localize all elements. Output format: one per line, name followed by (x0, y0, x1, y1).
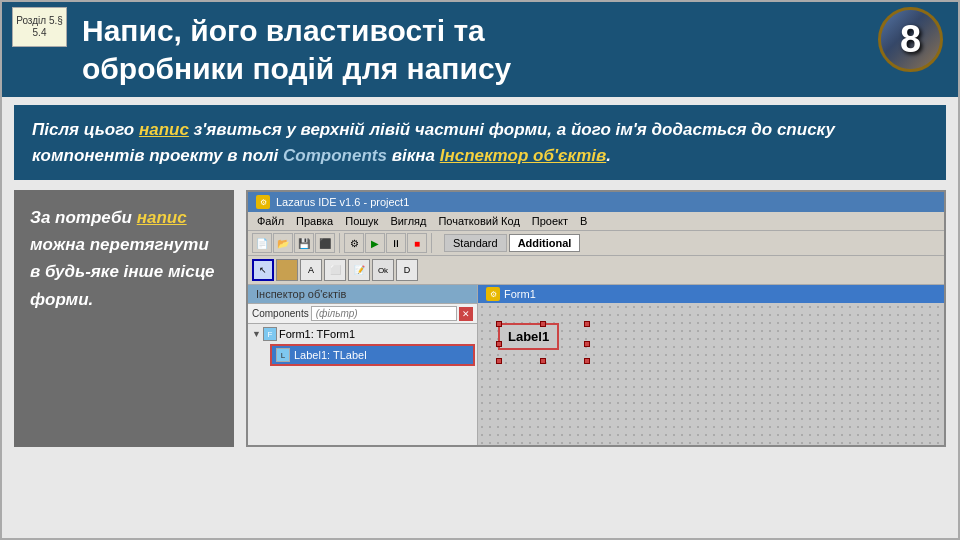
info-box: Після цього напис з'явиться у верхній лі… (14, 105, 946, 180)
ide-app-icon: ⚙ (256, 195, 270, 209)
menu-file[interactable]: Файл (252, 214, 289, 228)
inspector-panel: Інспектор об'єктів Components (фільтр) ✕… (248, 285, 478, 445)
form-body[interactable]: Label1 (478, 303, 944, 445)
resize-handle-tm[interactable] (540, 321, 546, 327)
title-line1: Напис, його властивості та (82, 14, 485, 47)
tb-save[interactable]: 💾 (294, 233, 314, 253)
content-area: Після цього напис з'явиться у верхній лі… (2, 97, 958, 455)
tb-compile[interactable]: ⚙ (344, 233, 364, 253)
label-widget[interactable]: Label1 (498, 323, 559, 350)
inspector-filter-row: Components (фільтр) ✕ (248, 304, 477, 324)
inspector-header: Інспектор об'єктів (248, 285, 477, 304)
ide-toolbar: 📄 📂 💾 ⬛ ⚙ ▶ ⏸ ■ Standard Additiona (248, 231, 944, 256)
header: Розділ 5.§ 5.4 Напис, його властивості т… (2, 2, 958, 97)
info-highlight3: Інспектор об'єктів (440, 146, 607, 165)
info-text-before: Після цього (32, 120, 139, 139)
slide-number-badge: 8 (878, 7, 943, 72)
slide-number: 8 (900, 18, 921, 61)
tab-standard[interactable]: Standard (444, 234, 507, 252)
filter-input[interactable]: (фільтр) (311, 306, 457, 321)
form-header-icon: ⚙ (486, 287, 500, 301)
tree-label-item[interactable]: L Label1: TLabel (270, 344, 475, 366)
component-tab-area: Standard Additional (444, 234, 580, 252)
tb-save-all[interactable]: ⬛ (315, 233, 335, 253)
comp-icon-ok[interactable]: Ok (372, 259, 394, 281)
section-badge: Розділ 5.§ 5.4 (12, 7, 67, 47)
menu-search[interactable]: Пошук (340, 214, 383, 228)
comp-icon-2[interactable]: A (300, 259, 322, 281)
tree-root-label: Form1: TForm1 (279, 328, 355, 340)
info-text-end: . (606, 146, 611, 165)
title-line2: обробники подій для напису (82, 52, 511, 85)
menu-more[interactable]: В (575, 214, 592, 228)
form-header: ⚙ Form1 (478, 285, 944, 303)
ide-titlebar: ⚙ Lazarus IDE v1.6 - project1 (248, 192, 944, 212)
menu-view[interactable]: Вигляд (385, 214, 431, 228)
tree-area: ▼ F Form1: TForm1 L Label1: TLabel (248, 324, 477, 445)
resize-handle-mr[interactable] (584, 341, 590, 347)
tab-additional[interactable]: Additional (509, 234, 581, 252)
badge-line1: Розділ 5.§ (16, 15, 63, 27)
drag-text-after: можна перетягнути в будь-яке інше місце … (30, 235, 214, 308)
drag-info-box: За потреби напис можна перетягнути в буд… (14, 190, 234, 447)
ide-panels: Інспектор об'єктів Components (фільтр) ✕… (248, 285, 944, 445)
tree-root-item: ▼ F Form1: TForm1 (250, 326, 475, 342)
ide-title: Lazarus IDE v1.6 - project1 (276, 196, 409, 208)
toolbar-build-group: ⚙ ▶ ⏸ ■ (344, 233, 432, 253)
tree-label-icon: L (276, 348, 290, 362)
drag-text-before: За потреби (30, 208, 137, 227)
ide-menubar: Файл Правка Пошук Вигляд Початковий Код … (248, 212, 944, 231)
component-icons-row: ↖ A ⬜ 📝 Ok D (248, 256, 944, 285)
comp-icon-3[interactable]: ⬜ (324, 259, 346, 281)
form-title: Form1 (504, 288, 536, 300)
info-highlight2: Components (283, 146, 387, 165)
form-panel: ⚙ Form1 Label1 (478, 285, 944, 445)
resize-handle-tr[interactable] (584, 321, 590, 327)
filter-label: Components (252, 308, 309, 319)
comp-icon-1[interactable] (276, 259, 298, 281)
tb-open[interactable]: 📂 (273, 233, 293, 253)
filter-clear-btn[interactable]: ✕ (459, 307, 473, 321)
tree-label-text: Label1: TLabel (294, 349, 367, 361)
info-highlight1: напис (139, 120, 189, 139)
tb-pause[interactable]: ⏸ (386, 233, 406, 253)
badge-line2: 5.4 (33, 27, 47, 39)
tree-expand-arrow[interactable]: ▼ (252, 329, 261, 339)
comp-icon-5[interactable]: D (396, 259, 418, 281)
ide-screenshot: ⚙ Lazarus IDE v1.6 - project1 Файл Правк… (246, 190, 946, 447)
resize-handle-bm[interactable] (540, 358, 546, 364)
tree-form-icon: F (263, 327, 277, 341)
header-title: Напис, його властивості та обробники под… (82, 12, 943, 87)
tb-new[interactable]: 📄 (252, 233, 272, 253)
menu-edit[interactable]: Правка (291, 214, 338, 228)
tb-run[interactable]: ▶ (365, 233, 385, 253)
tree-children: L Label1: TLabel (250, 344, 475, 366)
resize-handle-bl[interactable] (496, 358, 502, 364)
comp-icon-4[interactable]: 📝 (348, 259, 370, 281)
resize-handle-ml[interactable] (496, 341, 502, 347)
resize-handle-br[interactable] (584, 358, 590, 364)
bottom-row: За потреби напис можна перетягнути в буд… (14, 190, 946, 447)
menu-source[interactable]: Початковий Код (433, 214, 524, 228)
slide: Розділ 5.§ 5.4 Напис, його властивості т… (0, 0, 960, 540)
toolbar-file-group: 📄 📂 💾 ⬛ (252, 233, 340, 253)
menu-project[interactable]: Проект (527, 214, 573, 228)
resize-handle-tl[interactable] (496, 321, 502, 327)
drag-highlight: напис (137, 208, 187, 227)
tb-stop[interactable]: ■ (407, 233, 427, 253)
info-text-after2: вікна (387, 146, 440, 165)
cursor-tool[interactable]: ↖ (252, 259, 274, 281)
